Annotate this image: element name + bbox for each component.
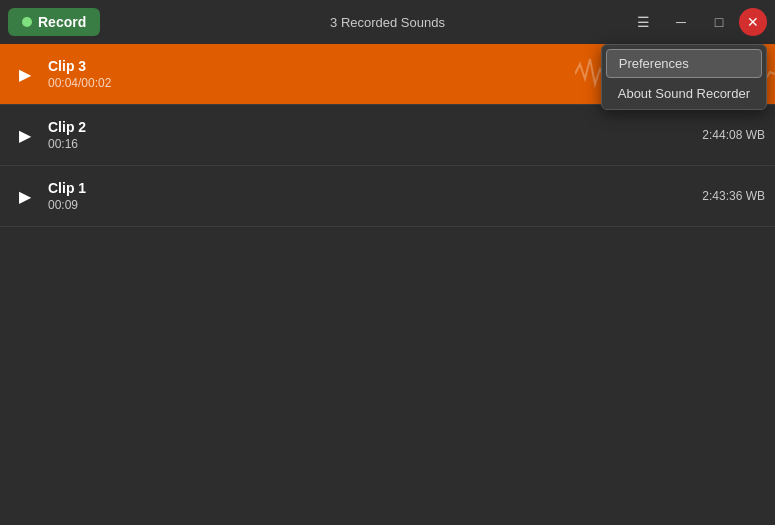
play-icon-1: ▶ bbox=[19, 187, 31, 206]
record-button[interactable]: Record bbox=[8, 8, 100, 36]
clip-duration-1: 00:09 bbox=[48, 198, 642, 212]
menu-dropdown: Preferences About Sound Recorder bbox=[601, 44, 767, 110]
window-controls: ☰ ─ □ ✕ bbox=[625, 7, 767, 37]
close-icon: ✕ bbox=[747, 14, 759, 30]
clip-row-1[interactable]: ▶ Clip 1 00:09 2:43:36 WB bbox=[0, 166, 775, 226]
clip-timestamp-2: 2:44:08 WB bbox=[702, 128, 765, 142]
minimize-icon: ─ bbox=[676, 14, 686, 30]
clip-name-3: Clip 3 bbox=[48, 58, 642, 74]
menu-item-about[interactable]: About Sound Recorder bbox=[602, 78, 766, 109]
clip-name-1: Clip 1 bbox=[48, 180, 642, 196]
play-button-clip1[interactable]: ▶ bbox=[10, 181, 40, 211]
maximize-button[interactable]: □ bbox=[701, 7, 737, 37]
minimize-button[interactable]: ─ bbox=[663, 7, 699, 37]
window-title: 3 Recorded Sounds bbox=[330, 15, 445, 30]
record-dot-icon bbox=[22, 17, 32, 27]
clip-row-2[interactable]: ▶ Clip 2 00:16 2:44:08 WB bbox=[0, 105, 775, 165]
clip-duration-2: 00:16 bbox=[48, 137, 642, 151]
play-button-clip3[interactable]: ▶ bbox=[10, 59, 40, 89]
hamburger-icon: ☰ bbox=[637, 14, 650, 30]
clip-info-2: Clip 2 00:16 bbox=[48, 119, 642, 151]
close-button[interactable]: ✕ bbox=[739, 8, 767, 36]
menu-item-preferences[interactable]: Preferences bbox=[606, 49, 762, 78]
clip-info-1: Clip 1 00:09 bbox=[48, 180, 642, 212]
clip-name-2: Clip 2 bbox=[48, 119, 642, 135]
play-icon-2: ▶ bbox=[19, 126, 31, 145]
titlebar: Record 3 Recorded Sounds ☰ ─ □ ✕ bbox=[0, 0, 775, 44]
play-icon: ▶ bbox=[19, 65, 31, 84]
play-button-clip2[interactable]: ▶ bbox=[10, 120, 40, 150]
clip-timestamp-1: 2:43:36 WB bbox=[702, 189, 765, 203]
clip-info-3: Clip 3 00:04/00:02 bbox=[48, 58, 642, 90]
maximize-icon: □ bbox=[715, 14, 723, 30]
clip-duration-3: 00:04/00:02 bbox=[48, 76, 642, 90]
menu-button[interactable]: ☰ bbox=[625, 7, 661, 37]
divider-3 bbox=[0, 226, 775, 227]
record-label: Record bbox=[38, 14, 86, 30]
